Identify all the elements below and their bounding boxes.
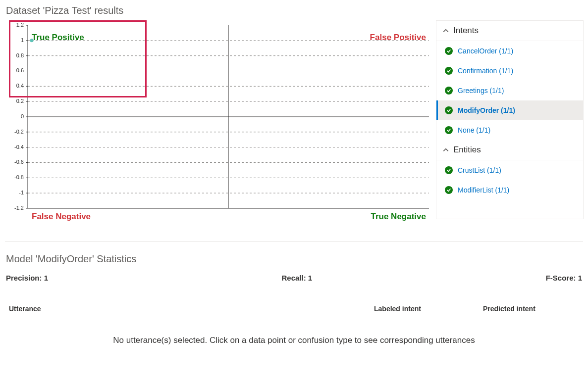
empty-utterances-message: No utterance(s) selected. Click on a dat… xyxy=(0,318,588,365)
list-item-label: None (1/1) xyxy=(458,126,490,134)
list-item[interactable]: Greetings (1/1) xyxy=(436,81,583,100)
status-ok-icon xyxy=(445,47,453,55)
svg-text:-1.2: -1.2 xyxy=(14,205,24,211)
list-item-label: Greetings (1/1) xyxy=(458,87,504,95)
svg-text:-0.6: -0.6 xyxy=(14,159,24,165)
stat-fscore: F-Score: 1 xyxy=(546,274,582,282)
list-item[interactable]: Confirmation (1/1) xyxy=(436,61,583,81)
svg-text:1.2: 1.2 xyxy=(16,22,24,28)
list-item[interactable]: CrustList (1/1) xyxy=(436,160,583,180)
utterance-table-header: Utterance Labeled intent Predicted inten… xyxy=(0,287,588,318)
svg-text:-0.8: -0.8 xyxy=(14,174,24,180)
status-ok-icon xyxy=(445,166,453,174)
list-item[interactable]: ModifierList (1/1) xyxy=(436,180,583,200)
svg-text:0: 0 xyxy=(21,113,24,119)
list-item-label: CancelOrder (1/1) xyxy=(458,47,513,55)
section-header-entities[interactable]: Entities xyxy=(436,140,583,160)
stats-row: Precision: 1 Recall: 1 F-Score: 1 xyxy=(0,269,588,287)
stat-precision: Precision: 1 xyxy=(6,274,48,282)
list-item-label: ModifyOrder (1/1) xyxy=(458,106,515,114)
svg-text:0.8: 0.8 xyxy=(16,52,24,58)
stat-recall: Recall: 1 xyxy=(281,274,312,282)
status-ok-icon xyxy=(445,106,453,114)
section-title: Entities xyxy=(453,145,481,155)
th-labeled-intent[interactable]: Labeled intent xyxy=(374,305,483,313)
svg-text:0.6: 0.6 xyxy=(16,67,24,73)
svg-text:0.4: 0.4 xyxy=(16,83,24,89)
section-header-intents[interactable]: Intents xyxy=(436,21,583,41)
svg-text:-0.4: -0.4 xyxy=(14,144,24,150)
data-point[interactable] xyxy=(30,39,34,42)
page-title: Dataset 'Pizza Test' results xyxy=(0,0,588,20)
svg-text:-0.2: -0.2 xyxy=(14,129,24,135)
list-item-label: ModifierList (1/1) xyxy=(458,186,509,194)
list-item[interactable]: ModifyOrder (1/1) xyxy=(436,100,583,120)
svg-text:1: 1 xyxy=(21,37,24,43)
list-item-label: CrustList (1/1) xyxy=(458,166,501,174)
chevron-up-icon xyxy=(442,27,449,34)
quad-false-positive-label[interactable]: False Positive xyxy=(370,33,426,42)
top-area: -1.2-1-0.8-0.6-0.4-0.200.20.40.60.811.2 … xyxy=(0,20,588,228)
side-panel[interactable]: IntentsCancelOrder (1/1)Confirmation (1/… xyxy=(436,20,584,219)
list-item[interactable]: None (1/1) xyxy=(436,120,583,140)
status-ok-icon xyxy=(445,67,453,75)
section-title: Intents xyxy=(453,26,479,36)
svg-text:-1: -1 xyxy=(19,190,24,195)
status-ok-icon xyxy=(445,186,453,194)
list-item[interactable]: CancelOrder (1/1) xyxy=(436,41,583,61)
quad-false-negative-label[interactable]: False Negative xyxy=(32,212,91,221)
stats-title: Model 'ModifyOrder' Statistics xyxy=(0,241,588,269)
svg-text:0.2: 0.2 xyxy=(16,98,24,104)
status-ok-icon xyxy=(445,87,453,95)
th-utterance[interactable]: Utterance xyxy=(9,305,374,313)
quad-true-negative-label[interactable]: True Negative xyxy=(371,212,427,221)
status-ok-icon xyxy=(445,126,453,134)
quad-true-positive-label[interactable]: True Positive xyxy=(32,33,84,42)
th-predicted-intent[interactable]: Predicted intent xyxy=(483,305,582,313)
confusion-chart[interactable]: -1.2-1-0.8-0.6-0.4-0.200.20.40.60.811.2 … xyxy=(3,20,434,228)
chart-svg: -1.2-1-0.8-0.6-0.4-0.200.20.40.60.811.2 … xyxy=(3,20,434,244)
list-item-label: Confirmation (1/1) xyxy=(458,67,513,75)
chevron-up-icon xyxy=(442,146,449,153)
